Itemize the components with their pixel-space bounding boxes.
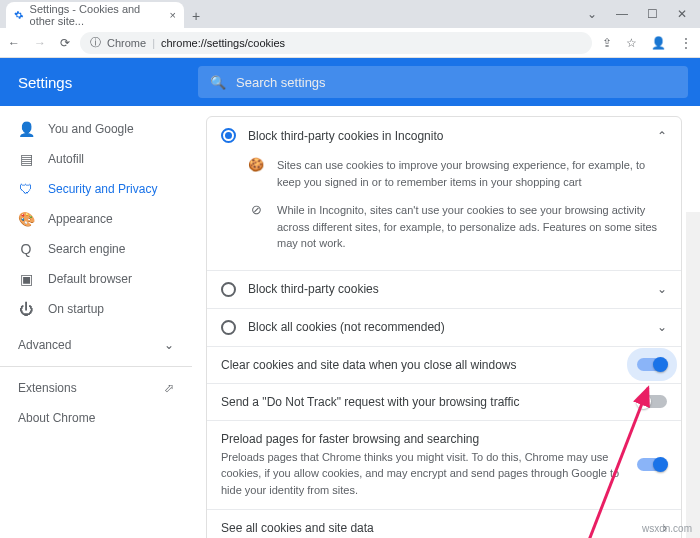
chevron-up-icon[interactable]: ⌃ (657, 129, 667, 143)
url-prefix: Chrome (107, 37, 146, 49)
forward-button[interactable]: → (34, 36, 46, 50)
tab-title: Settings - Cookies and other site... (30, 3, 164, 27)
sidebar-extensions[interactable]: Extensions⬀ (0, 373, 192, 403)
page-title: Settings (18, 74, 72, 91)
cookies-card: Block third-party cookies in Incognito ⌃… (206, 116, 682, 538)
shield-icon: 🛡 (18, 181, 34, 197)
back-button[interactable]: ← (8, 36, 20, 50)
autofill-icon: ▤ (18, 151, 34, 167)
chevron-down-icon[interactable]: ⌄ (657, 282, 667, 296)
window-titlebar: Settings - Cookies and other site... × +… (0, 0, 700, 28)
radio-block-all[interactable]: Block all cookies (not recommended) ⌄ (207, 309, 681, 347)
sidebar-item-search-engine[interactable]: QSearch engine (0, 234, 192, 264)
browser-icon: ▣ (18, 271, 34, 287)
sidebar-item-autofill[interactable]: ▤Autofill (0, 144, 192, 174)
person-icon: 👤 (18, 121, 34, 137)
settings-header: Settings 🔍 Search settings (0, 58, 700, 106)
main-panel: Block third-party cookies in Incognito ⌃… (192, 106, 700, 538)
row-preload[interactable]: Preload pages for faster browsing and se… (207, 421, 681, 511)
sidebar-item-appearance[interactable]: 🎨Appearance (0, 204, 192, 234)
search-icon: Q (18, 241, 34, 257)
browser-tab[interactable]: Settings - Cookies and other site... × (6, 2, 184, 28)
profile-icon[interactable]: 👤 (651, 36, 666, 50)
sidebar-about[interactable]: About Chrome (0, 403, 192, 433)
explain-block: 🍪Sites can use cookies to improve your b… (207, 147, 681, 270)
row-see-all[interactable]: See all cookies and site data › (207, 510, 681, 538)
radio-on-icon[interactable] (221, 128, 236, 143)
close-window-button[interactable]: ✕ (668, 4, 696, 24)
row-dnt[interactable]: Send a "Do Not Track" request with your … (207, 384, 681, 421)
new-tab-button[interactable]: + (184, 4, 208, 28)
cookie-icon: 🍪 (247, 157, 265, 190)
close-tab-icon[interactable]: × (170, 9, 176, 21)
sidebar-item-on-startup[interactable]: ⏻On startup (0, 294, 192, 324)
chevron-down-icon[interactable]: ⌄ (657, 320, 667, 334)
sidebar-advanced[interactable]: Advanced⌄ (0, 330, 192, 360)
power-icon: ⏻ (18, 301, 34, 317)
toggle-dnt[interactable] (637, 395, 667, 408)
search-settings-input[interactable]: 🔍 Search settings (198, 66, 688, 98)
sidebar-item-you-and-google[interactable]: 👤You and Google (0, 114, 192, 144)
bookmark-icon[interactable]: ☆ (626, 36, 637, 50)
toggle-preload[interactable] (637, 458, 667, 471)
sidebar-item-security[interactable]: 🛡Security and Privacy (0, 174, 192, 204)
radio-off-icon[interactable] (221, 320, 236, 335)
toggle-clear-on-close[interactable] (637, 358, 667, 371)
chevron-down-icon[interactable]: ⌄ (578, 4, 606, 24)
menu-icon[interactable]: ⋮ (680, 36, 692, 50)
radio-block-3p[interactable]: Block third-party cookies ⌄ (207, 270, 681, 309)
settings-sidebar: 👤You and Google ▤Autofill 🛡Security and … (0, 106, 192, 538)
browser-toolbar: ← → ⟳ ⓘ Chrome | chrome://settings/cooki… (0, 28, 700, 58)
divider (0, 366, 192, 367)
row-clear-on-close[interactable]: Clear cookies and site data when you clo… (207, 347, 681, 384)
reload-button[interactable]: ⟳ (60, 36, 70, 50)
minimize-button[interactable]: — (608, 4, 636, 24)
block-icon: ⊘ (247, 202, 265, 252)
external-link-icon: ⬀ (164, 381, 174, 395)
sidebar-item-default-browser[interactable]: ▣Default browser (0, 264, 192, 294)
radio-block-incognito[interactable]: Block third-party cookies in Incognito ⌃ (207, 117, 681, 147)
gear-icon (14, 9, 24, 21)
search-icon: 🔍 (210, 75, 226, 90)
palette-icon: 🎨 (18, 211, 34, 227)
chevron-down-icon: ⌄ (164, 338, 174, 352)
scrollbar[interactable] (686, 212, 700, 538)
watermark: wsxdn.com (642, 523, 692, 534)
url-text: chrome://settings/cookies (161, 37, 285, 49)
address-bar[interactable]: ⓘ Chrome | chrome://settings/cookies (80, 32, 592, 54)
radio-off-icon[interactable] (221, 282, 236, 297)
maximize-button[interactable]: ☐ (638, 4, 666, 24)
site-info-icon[interactable]: ⓘ (90, 35, 101, 50)
share-icon[interactable]: ⇪ (602, 36, 612, 50)
search-placeholder: Search settings (236, 75, 326, 90)
